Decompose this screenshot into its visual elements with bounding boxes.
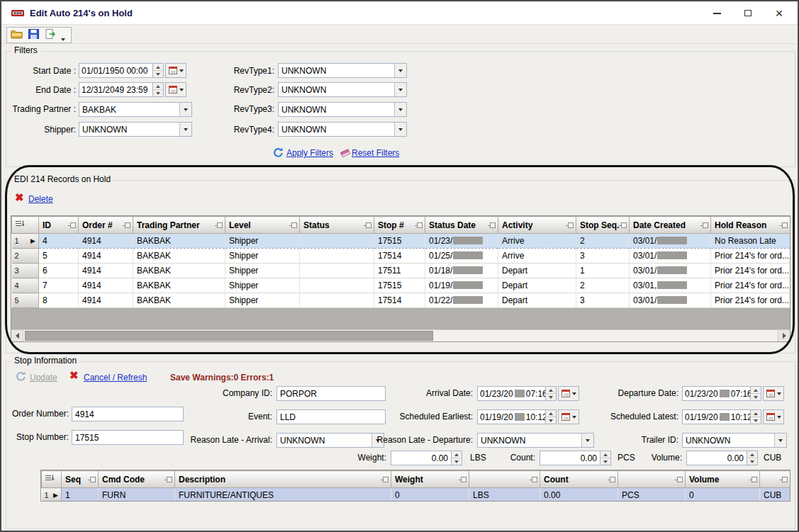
- scroll-right-button[interactable]: [778, 330, 790, 341]
- pin-icon[interactable]: [532, 477, 537, 482]
- revtype1-combo[interactable]: UNKNOWN: [278, 63, 407, 78]
- column-header-description[interactable]: Description: [175, 471, 391, 488]
- column-header-id[interactable]: ID: [39, 217, 79, 234]
- pin-icon[interactable]: [417, 222, 423, 228]
- table-row[interactable]: 1▶1FURNFURNITURE/ANTIQUES0LBS0.00PCS0CUB: [42, 488, 790, 502]
- table-row[interactable]: 1▶44914BAKBAKShipper1751501/23/Arrive203…: [12, 234, 790, 249]
- trading-partner-combo[interactable]: BAKBAK: [79, 102, 192, 117]
- company-id-input[interactable]: PORPOR: [276, 386, 386, 401]
- row-header[interactable]: 4: [12, 278, 39, 293]
- column-header-status-date[interactable]: Status Date: [425, 217, 498, 234]
- row-header[interactable]: 1▶: [12, 234, 39, 249]
- scheduled-earliest-input[interactable]: 01/19/2010:12: [477, 409, 545, 424]
- pin-icon[interactable]: [90, 477, 96, 482]
- export-button[interactable]: [43, 28, 57, 42]
- column-header-cmd-code[interactable]: Cmd Code: [99, 471, 175, 488]
- reason-late-departure-combo[interactable]: UNKNOWN: [477, 433, 594, 448]
- table-row[interactable]: 584914BAKBAKShipper1751401/22/Depart303/…: [12, 293, 790, 308]
- column-header-count[interactable]: Count: [540, 471, 618, 488]
- revtype3-dropdown-button[interactable]: [394, 103, 406, 116]
- column-header-trading-partner[interactable]: Trading Partner: [133, 217, 225, 234]
- revtype1-dropdown-button[interactable]: [394, 64, 406, 77]
- arrival-date-input[interactable]: 01/23/2007:16: [477, 386, 545, 401]
- row-header[interactable]: 1▶: [42, 488, 62, 502]
- pin-icon[interactable]: [782, 477, 788, 482]
- volume-input[interactable]: 0.00: [686, 451, 747, 465]
- close-button[interactable]: ×: [764, 1, 795, 25]
- scroll-left-button[interactable]: [11, 330, 23, 341]
- pin-icon[interactable]: [751, 477, 757, 482]
- pin-icon[interactable]: [677, 477, 683, 482]
- column-header-order-[interactable]: Order #: [79, 217, 133, 234]
- grid-corner-button[interactable]: [42, 471, 62, 488]
- start-date-input[interactable]: 01/01/1950 00:00: [79, 63, 152, 78]
- column-header-level[interactable]: Level: [225, 217, 300, 234]
- arrival-date-spinner[interactable]: [545, 386, 557, 401]
- reason-late-departure-dropdown-button[interactable]: [581, 434, 593, 447]
- end-date-input[interactable]: 12/31/2049 23:59: [79, 82, 152, 97]
- revtype4-combo[interactable]: UNKNOWN: [278, 122, 407, 137]
- cancel-refresh-link[interactable]: Cancel / Refresh: [84, 373, 147, 383]
- pin-icon[interactable]: [217, 222, 223, 228]
- table-row[interactable]: 364914BAKBAKShipper1751101/18/Depart103/…: [12, 264, 790, 278]
- pin-icon[interactable]: [125, 222, 130, 228]
- pin-icon[interactable]: [621, 222, 627, 228]
- column-header-stop-[interactable]: Stop #: [374, 217, 425, 234]
- end-date-calendar-button[interactable]: [165, 82, 186, 97]
- count-input[interactable]: 0.00: [540, 451, 600, 465]
- pin-icon[interactable]: [383, 477, 389, 482]
- column-header-stop-seq-[interactable]: Stop Seq.: [576, 217, 630, 234]
- pin-icon[interactable]: [291, 222, 297, 228]
- pin-icon[interactable]: [366, 222, 371, 228]
- pin-icon[interactable]: [703, 222, 708, 228]
- save-button[interactable]: [26, 28, 40, 42]
- horizontal-scrollbar[interactable]: [11, 329, 790, 341]
- reason-late-arrival-combo[interactable]: UNKNOWN: [276, 433, 384, 448]
- scheduled-earliest-spinner[interactable]: [545, 409, 557, 424]
- scheduled-latest-input[interactable]: 01/19/2010:12: [682, 409, 750, 424]
- grid-corner-button[interactable]: [12, 217, 39, 234]
- pin-icon[interactable]: [610, 477, 615, 482]
- column-header-activity[interactable]: Activity: [498, 217, 576, 234]
- update-link[interactable]: Update: [30, 373, 57, 383]
- weight-input[interactable]: 0.00: [391, 451, 451, 465]
- revtype3-combo[interactable]: UNKNOWN: [278, 102, 407, 117]
- start-date-spinner[interactable]: [152, 63, 164, 78]
- volume-spinner[interactable]: [747, 451, 758, 465]
- pin-icon[interactable]: [782, 222, 788, 228]
- trailer-id-dropdown-button[interactable]: [774, 434, 786, 447]
- end-date-spinner[interactable]: [152, 82, 164, 97]
- column-header-hold-reason[interactable]: Hold Reason: [711, 217, 790, 234]
- column-header-date-created[interactable]: Date Created: [630, 217, 711, 234]
- event-input[interactable]: LLD: [276, 409, 386, 424]
- delete-link[interactable]: Delete: [28, 194, 53, 204]
- row-header[interactable]: 2: [12, 249, 39, 264]
- scrollbar-thumb[interactable]: [25, 331, 433, 341]
- arrival-date-calendar-button[interactable]: [558, 386, 579, 401]
- scheduled-latest-spinner[interactable]: [750, 409, 761, 424]
- weight-spinner[interactable]: [451, 451, 462, 465]
- start-date-calendar-button[interactable]: [165, 63, 186, 78]
- column-header-blank[interactable]: [760, 471, 790, 488]
- count-spinner[interactable]: [600, 451, 611, 465]
- departure-date-spinner[interactable]: [750, 386, 761, 401]
- table-row[interactable]: 254914BAKBAKShipper1751401/25/Arrive303/…: [12, 249, 790, 264]
- table-row[interactable]: 474914BAKBAKShipper1751501/19/Depart203/…: [12, 278, 790, 293]
- column-header-blank[interactable]: [618, 471, 686, 488]
- scheduled-latest-calendar-button[interactable]: [763, 409, 784, 424]
- open-button[interactable]: [9, 28, 23, 42]
- apply-filters-link[interactable]: Apply Filters: [286, 148, 333, 158]
- scheduled-earliest-calendar-button[interactable]: [558, 409, 579, 424]
- order-number-input[interactable]: 4914: [72, 407, 184, 421]
- departure-date-calendar-button[interactable]: [763, 386, 784, 401]
- minimize-button[interactable]: [701, 1, 732, 25]
- column-header-status[interactable]: Status: [300, 217, 374, 234]
- pin-icon[interactable]: [490, 222, 496, 228]
- row-header[interactable]: 3: [12, 264, 39, 278]
- shipper-dropdown-button[interactable]: [179, 123, 191, 136]
- row-header[interactable]: 5: [12, 293, 39, 308]
- departure-date-input[interactable]: 01/23/2007:16: [682, 386, 750, 401]
- column-header-seq[interactable]: Seq: [62, 471, 99, 488]
- trailer-id-combo[interactable]: UNKNOWN: [682, 433, 787, 448]
- maximize-button[interactable]: [732, 1, 764, 25]
